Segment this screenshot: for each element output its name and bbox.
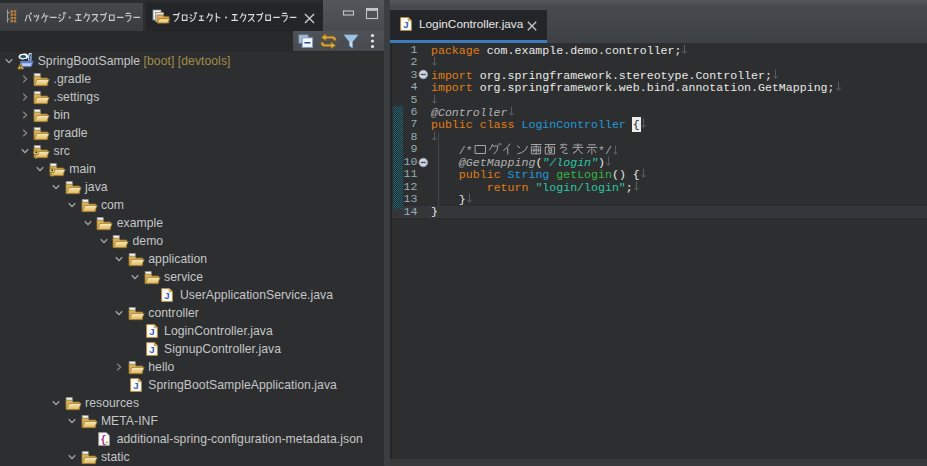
svg-text:J: J: [133, 380, 138, 391]
svg-text:J: J: [403, 19, 408, 30]
svg-text:J: J: [165, 290, 170, 301]
svg-text:J: J: [149, 344, 154, 355]
svg-text:{: {: [101, 435, 107, 446]
svg-text:J: J: [149, 326, 154, 337]
